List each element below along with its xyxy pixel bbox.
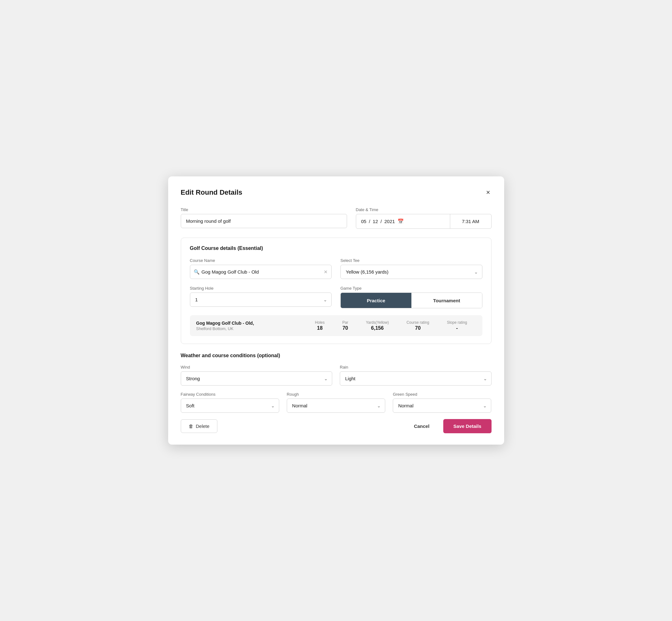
footer-row: 🗑 Delete Cancel Save Details (181, 419, 492, 433)
green-speed-dropdown[interactable]: Slow Normal Fast (393, 399, 491, 413)
select-tee-wrap: Yellow (6,156 yards) White Red Blue ⌄ (340, 265, 482, 279)
select-tee-field-group: Select Tee Yellow (6,156 yards) White Re… (340, 258, 482, 279)
fairway-label: Fairway Conditions (181, 392, 279, 397)
search-icon: 🔍 (194, 269, 200, 275)
course-info-name: Gog Magog Golf Club - Old, Shelford Bott… (196, 321, 306, 331)
game-type-toggle: Practice Tournament (340, 292, 482, 308)
course-stat-holes: Holes 18 (306, 320, 333, 331)
cancel-button[interactable]: Cancel (408, 420, 436, 432)
course-name-search-wrap: 🔍 ✕ (190, 265, 332, 279)
course-location: Shelford Bottom, UK (196, 326, 306, 331)
practice-toggle-button[interactable]: Practice (341, 293, 411, 308)
rain-label: Rain (340, 365, 492, 370)
course-tee-row: Course Name 🔍 ✕ Select Tee Yellow (6,156… (190, 258, 482, 279)
course-rating-value: 70 (415, 325, 421, 331)
course-stat-par: Par 70 (333, 320, 357, 331)
fairway-field-group: Fairway Conditions Soft Normal Hard ⌄ (181, 392, 279, 413)
select-tee-dropdown[interactable]: Yellow (6,156 yards) White Red Blue (340, 265, 482, 279)
course-full-name: Gog Magog Golf Club - Old, (196, 321, 306, 326)
delete-label: Delete (196, 423, 209, 429)
delete-button[interactable]: 🗑 Delete (181, 419, 217, 433)
rain-dropdown[interactable]: None Light Moderate Heavy (340, 371, 492, 385)
rough-label: Rough (287, 392, 385, 397)
weather-section-title: Weather and course conditions (optional) (181, 353, 492, 359)
course-name-input[interactable] (190, 265, 332, 279)
date-sep1: / (369, 219, 370, 224)
date-year: 2021 (384, 219, 395, 224)
course-stat-yards: Yards(Yellow) 6,156 (357, 320, 398, 331)
fairway-select-wrap: Soft Normal Hard ⌄ (181, 399, 279, 413)
trash-icon: 🗑 (189, 423, 194, 429)
starting-hole-wrap: 1 2 3 ⌄ (190, 292, 332, 307)
starting-hole-dropdown[interactable]: 1 2 3 (190, 292, 332, 307)
slope-rating-label: Slope rating (447, 320, 467, 325)
clear-course-icon[interactable]: ✕ (324, 269, 328, 275)
save-button[interactable]: Save Details (443, 419, 491, 433)
modal-title: Edit Round Details (181, 189, 243, 197)
course-name-label: Course Name (190, 258, 332, 263)
course-info-bar: Gog Magog Golf Club - Old, Shelford Bott… (190, 315, 482, 336)
slope-rating-value: - (456, 325, 458, 331)
close-button[interactable]: × (485, 188, 492, 197)
holes-label: Holes (315, 320, 325, 325)
datetime-label: Date & Time (356, 207, 492, 212)
calendar-icon: 📅 (397, 218, 404, 224)
game-type-label: Game Type (340, 286, 482, 291)
title-input[interactable] (181, 214, 347, 228)
footer-right: Cancel Save Details (408, 419, 492, 433)
par-value: 70 (342, 325, 348, 331)
datetime-field-group: Date & Time 05 / 12 / 2021 📅 7:31 AM (356, 207, 492, 229)
yards-label: Yards(Yellow) (366, 320, 389, 325)
game-type-field-group: Game Type Practice Tournament (340, 286, 482, 308)
rain-field-group: Rain None Light Moderate Heavy ⌄ (340, 365, 492, 385)
title-field-group: Title (181, 207, 347, 228)
par-label: Par (342, 320, 348, 325)
time-part[interactable]: 7:31 AM (450, 214, 491, 229)
fairway-rough-green-row: Fairway Conditions Soft Normal Hard ⌄ Ro… (181, 392, 492, 413)
wind-field-group: Wind None Light Moderate Strong ⌄ (181, 365, 333, 385)
golf-course-section-title: Golf Course details (Essential) (190, 246, 482, 251)
modal-header: Edit Round Details × (181, 188, 492, 197)
rain-select-wrap: None Light Moderate Heavy ⌄ (340, 371, 492, 385)
starting-hole-field-group: Starting Hole 1 2 3 ⌄ (190, 286, 332, 308)
date-sep2: / (380, 219, 382, 224)
golf-course-section: Golf Course details (Essential) Course N… (181, 238, 492, 344)
starting-hole-label: Starting Hole (190, 286, 332, 291)
rough-field-group: Rough Soft Normal Hard ⌄ (287, 392, 385, 413)
datetime-inputs: 05 / 12 / 2021 📅 7:31 AM (356, 214, 492, 229)
time-value: 7:31 AM (462, 219, 479, 224)
weather-section: Weather and course conditions (optional)… (181, 353, 492, 413)
wind-select-wrap: None Light Moderate Strong ⌄ (181, 371, 333, 385)
yards-value: 6,156 (371, 325, 384, 331)
green-speed-label: Green Speed (393, 392, 491, 397)
date-day: 12 (373, 219, 378, 224)
select-tee-label: Select Tee (340, 258, 482, 263)
date-month: 05 (361, 219, 367, 224)
tournament-toggle-button[interactable]: Tournament (411, 293, 482, 308)
course-name-field-group: Course Name 🔍 ✕ (190, 258, 332, 279)
course-stat-course-rating: Course rating 70 (397, 320, 438, 331)
top-row: Title Date & Time 05 / 12 / 2021 📅 7:31 … (181, 207, 492, 229)
green-speed-field-group: Green Speed Slow Normal Fast ⌄ (393, 392, 491, 413)
date-part[interactable]: 05 / 12 / 2021 📅 (356, 214, 450, 229)
edit-round-modal: Edit Round Details × Title Date & Time 0… (168, 176, 504, 445)
course-rating-label: Course rating (406, 320, 429, 325)
hole-gametype-row: Starting Hole 1 2 3 ⌄ Game Type Practice… (190, 286, 482, 308)
wind-label: Wind (181, 365, 333, 370)
green-speed-select-wrap: Slow Normal Fast ⌄ (393, 399, 491, 413)
title-label: Title (181, 207, 347, 212)
fairway-dropdown[interactable]: Soft Normal Hard (181, 399, 279, 413)
rough-dropdown[interactable]: Soft Normal Hard (287, 399, 385, 413)
wind-rain-row: Wind None Light Moderate Strong ⌄ Rain N… (181, 365, 492, 385)
wind-dropdown[interactable]: None Light Moderate Strong (181, 371, 333, 385)
holes-value: 18 (317, 325, 323, 331)
rough-select-wrap: Soft Normal Hard ⌄ (287, 399, 385, 413)
course-stat-slope-rating: Slope rating - (438, 320, 476, 331)
